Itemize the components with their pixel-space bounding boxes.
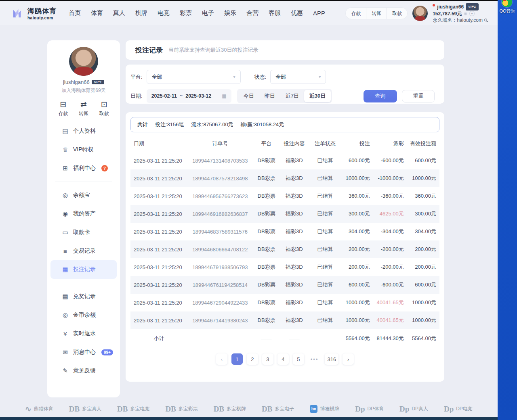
nav-item[interactable]: 合营 — [246, 9, 258, 17]
partner-logo[interactable]: Dp DP电竞 — [444, 405, 473, 413]
cell-order-number: 1899446837589311576 — [186, 229, 254, 235]
cell-platform: DB彩票 — [254, 246, 279, 253]
wallet-action-button[interactable]: 取款 — [387, 8, 407, 19]
quick-range-button[interactable]: 近7日 — [280, 90, 304, 102]
cell-order-number: 1899446806664708122 — [186, 247, 254, 253]
partner-logo[interactable]: DB 多宝电子 — [262, 405, 294, 413]
partner-logo[interactable]: DB 多宝彩票 — [165, 405, 198, 413]
quick-action-button[interactable]: ⊟ 存款 — [58, 100, 68, 117]
quick-action-label: 转账 — [79, 110, 88, 117]
cell-platform: DB彩票 — [254, 228, 279, 235]
nav-item[interactable]: 棋牌 — [135, 9, 147, 17]
sidebar-menu-item[interactable]: ✉ 消息中心 99+ — [50, 343, 117, 361]
partner-logo[interactable]: bo 博雅棋牌 — [310, 405, 339, 413]
quick-action-button[interactable]: ⇄ 转账 — [79, 100, 88, 117]
brand-logo[interactable]: 海鸥体育 haiouty.com — [11, 6, 57, 20]
nav-item[interactable]: 客服 — [269, 9, 281, 17]
user-avatar[interactable] — [412, 6, 428, 21]
menu-item-label: VIP特权 — [73, 146, 94, 153]
pagination-page-button[interactable]: ••• — [308, 353, 321, 365]
top-navigation-bar: 海鸥体育 haiouty.com 首页体育真人棋牌电竞彩票电子娱乐合营客服优惠A… — [0, 1, 498, 25]
sidebar-menu-item[interactable]: ◉ 我的资产 — [50, 205, 117, 223]
table-row: 2025-03-11 21:25:20 1899446714419380243 … — [130, 311, 439, 329]
nav-item[interactable]: 优惠 — [291, 9, 303, 17]
menu-item-badge: 99+ — [101, 349, 113, 355]
nav-item[interactable]: 娱乐 — [224, 9, 236, 17]
sidebar-menu-item[interactable]: ▤ 个人资料 — [50, 122, 117, 140]
reset-button[interactable]: 重置 — [402, 90, 435, 102]
pagination-page-button[interactable]: 2 — [247, 353, 258, 365]
partner-logo[interactable]: ∿ 熊猫体育 — [25, 405, 53, 413]
platform-select[interactable]: 全部 ▾ — [147, 70, 241, 84]
pagination-page-button[interactable]: 3 — [262, 353, 273, 365]
pagination-page-button[interactable]: 1 — [231, 353, 243, 365]
cell-order-number: 1899446729044922433 — [186, 300, 254, 306]
quick-range-button[interactable]: 今日 — [238, 90, 259, 102]
qq-music-desktop-icon[interactable] — [502, 0, 512, 7]
nav-item[interactable]: 真人 — [113, 9, 125, 17]
search-icon[interactable] — [484, 19, 487, 21]
chevron-down-icon[interactable]: ▾ — [469, 11, 475, 16]
menu-item-label: 实时返水 — [73, 330, 96, 337]
cell-date: 2025-03-11 21:25:20 — [130, 318, 186, 324]
cell-date: 2025-03-11 21:25:20 — [130, 300, 186, 306]
menu-item-icon: ▤ — [62, 293, 69, 300]
date-range-picker[interactable]: 2025-02-11 ~ 2025-03-12 ▦ — [147, 89, 231, 103]
wallet-action-button[interactable]: 存款 — [346, 8, 366, 19]
partner-logo[interactable]: DB 多宝电竞 — [117, 405, 149, 413]
nav-item[interactable]: 体育 — [91, 9, 103, 17]
wallet-action-button[interactable]: 转账 — [366, 8, 387, 19]
partner-logo-icon: DB — [214, 405, 224, 413]
partner-logo[interactable]: DB 多宝棋牌 — [214, 405, 246, 413]
sidebar-menu-item[interactable]: ▭ 取款卡 — [50, 223, 117, 242]
cell-bet: 300.00元 — [340, 210, 372, 217]
quick-range-button[interactable]: 昨日 — [259, 90, 280, 102]
cell-date: 2025-03-11 21:25:20 — [130, 158, 186, 164]
nav-item[interactable]: 电竞 — [158, 9, 170, 17]
sidebar-menu-item[interactable]: ♕ VIP特权 — [50, 140, 117, 159]
search-button[interactable]: 查询 — [364, 90, 397, 102]
partner-logo[interactable]: DB 多宝真人 — [69, 405, 101, 413]
sidebar-menu-item[interactable]: ◎ 金币余额 — [50, 306, 117, 324]
pagination-next-button[interactable]: › — [343, 353, 354, 365]
cell-valid-bet: 360.00元 — [406, 192, 439, 200]
sidebar-menu-item[interactable]: ⊞ 福利中心 ? — [50, 159, 117, 178]
user-info-block[interactable]: jiushigan66 VIP1 152,787.59元 ◉ ▾ 永久域名：ha… — [433, 3, 487, 23]
pagination-page-button[interactable]: 4 — [277, 353, 289, 365]
cell-platform: DB彩票 — [254, 175, 279, 182]
sidebar-menu-item[interactable]: ✎ 意见反馈 — [50, 361, 117, 380]
sidebar-menu-item[interactable]: ◎ 余额宝 — [50, 186, 117, 205]
pagination-prev-button[interactable]: ‹ — [216, 353, 227, 365]
vip-badge: VIP1 — [466, 3, 478, 10]
cell-platform: DB彩票 — [254, 210, 279, 217]
partner-logo[interactable]: Dp DP体育 — [355, 405, 384, 413]
nav-item[interactable]: 彩票 — [180, 9, 192, 17]
cell-content: 福彩3D — [279, 281, 310, 288]
table-header-row: 日期 订单号 平台 投注内容 注单状态 投注 派彩 有效投注额 — [130, 136, 439, 152]
status-select[interactable]: 全部 ▾ — [270, 70, 326, 84]
nav-item[interactable]: 电子 — [202, 9, 214, 17]
partner-logo[interactable]: Dp DP真人 — [399, 405, 428, 413]
table-row: 2025-03-11 21:25:20 1899446956766273623 … — [130, 187, 439, 205]
quick-action-button[interactable]: ⊡ 取款 — [99, 100, 109, 117]
sidebar-menu-item[interactable]: ¥ 实时返水 — [50, 324, 117, 343]
pagination-page-button[interactable]: 5 — [293, 353, 304, 365]
date-start: 2025-02-11 — [151, 93, 177, 99]
sidebar-menu-item[interactable]: ▤ 兑奖记录 — [50, 287, 117, 306]
sidebar-menu-item[interactable]: ≡ 交易记录 — [50, 242, 117, 260]
pagination-page-button[interactable]: 316 — [325, 353, 338, 365]
nav-item[interactable]: 首页 — [69, 9, 81, 17]
date-separator: ~ — [180, 93, 183, 99]
cell-order-number: 1899446791938506793 — [186, 264, 254, 270]
table-row: 2025-03-11 21:25:20 1899446791938506793 … — [130, 258, 439, 276]
quick-range-button[interactable]: 近30日 — [304, 90, 331, 102]
eye-icon[interactable]: ◉ — [464, 10, 467, 17]
quick-action-icon: ⊟ — [60, 100, 66, 109]
cell-bet: 1000.00元 — [340, 175, 372, 182]
divider — [55, 182, 112, 182]
cell-status: 已结算 — [310, 317, 341, 324]
sidebar-menu-item[interactable]: ▦ 投注记录 — [50, 260, 117, 279]
quick-action-label: 取款 — [99, 110, 109, 117]
profile-avatar[interactable] — [69, 47, 98, 76]
nav-item[interactable]: APP — [313, 10, 325, 17]
